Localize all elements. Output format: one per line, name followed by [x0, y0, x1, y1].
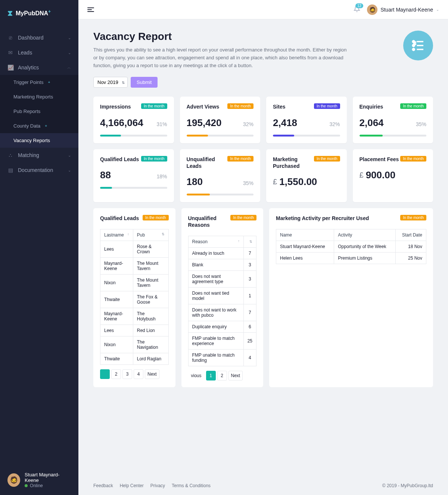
chevron-down-icon: ⌄ [68, 153, 71, 157]
page-4[interactable]: 4 [134, 369, 143, 379]
sidebar-item-dashboard[interactable]: ⎚ Dashboard ⌄ [0, 30, 78, 45]
progress-bar [273, 135, 294, 137]
page-2[interactable]: 2 [217, 371, 227, 380]
table-row[interactable]: Helen LeesPremium Listings25 Nov [276, 253, 426, 264]
unqualified-reasons-card: Unqualified Reasons In the month Reason↑… [181, 208, 264, 387]
table-row[interactable]: Does not want to work with pubco7 [188, 304, 256, 321]
pagination: 2 3 4 Next [100, 369, 169, 379]
col-name[interactable]: Name [276, 229, 334, 241]
footer-terms[interactable]: Terms & Conditions [172, 483, 211, 488]
sidebar-user[interactable]: 🧔 Stuart Maynard-Keene Online [0, 465, 78, 495]
sort-icon: ↑ [238, 239, 240, 243]
pagination: vious 1 2 Next [188, 371, 257, 380]
metric-pct: 35% [416, 121, 426, 127]
mail-icon: ✉ [7, 50, 13, 56]
checklist-badge-icon [403, 31, 433, 60]
table-row[interactable]: Stuart Maynard-KeeneOpportunity of the W… [276, 241, 426, 253]
metric-value: 1,550.00 [279, 176, 317, 188]
menu-toggle-button[interactable] [87, 7, 94, 12]
col-lastname[interactable]: Lastname↑ [100, 229, 133, 241]
footer-help-center[interactable]: Help Center [120, 483, 144, 488]
submit-button[interactable]: Submit [131, 77, 158, 88]
marketing-activity-table: Name Activity Start Date Stuart Maynard-… [276, 229, 426, 264]
col-count[interactable]: ⇅ [243, 236, 256, 248]
badge: In the month [314, 156, 340, 162]
table-row[interactable]: Blank3 [188, 259, 256, 271]
sidebar-item-leads[interactable]: ✉ Leads ⌄ [0, 45, 78, 60]
doc-icon: ▤ [7, 167, 13, 173]
sidebar-item-marketing-reports[interactable]: Marketing Reports [0, 90, 78, 104]
footer-privacy[interactable]: Privacy [150, 483, 165, 488]
badge: In the month [400, 156, 426, 162]
badge: In the month [143, 215, 169, 220]
sidebar-item-county-data[interactable]: County Data+ [0, 119, 78, 133]
page-description: This gives you the ability to see a high… [93, 46, 347, 69]
badge: In the month [230, 215, 256, 220]
badge: In the month [400, 103, 426, 109]
table-row[interactable]: Already in touch7 [188, 248, 256, 259]
col-pub[interactable]: Pub⇅ [133, 229, 168, 241]
page-3[interactable]: 3 [122, 369, 132, 379]
page-2[interactable]: 2 [111, 369, 121, 379]
logo[interactable]: ⧗ MyPubDNA+ [0, 0, 78, 26]
metric-title: Sites [273, 103, 285, 110]
sidebar-item-matching[interactable]: ⛬ Matching ⌄ [0, 148, 78, 163]
table-row[interactable]: ThwaiteLord Raglan [100, 353, 169, 365]
col-start-date[interactable]: Start Date [395, 229, 426, 241]
sidebar: ⧗ MyPubDNA+ ⎚ Dashboard ⌄ ✉ Leads ⌄ 📈 An… [0, 0, 78, 495]
col-reason[interactable]: Reason↑ [188, 236, 243, 248]
metric-card: Placement Fees In the month £900.00 [353, 149, 433, 202]
topbar: 12 🧔 Stuart Maynard-Keene ⌄ [78, 0, 448, 19]
metric-value: 88 [100, 169, 111, 181]
sidebar-item-documentation[interactable]: ▤ Documentation ⌄ [0, 163, 78, 178]
metric-pct: 18% [156, 173, 167, 179]
metric-title: Unqualified Leads [187, 156, 228, 169]
sliders-icon: ⎚ [7, 35, 13, 41]
qualified-leads-card: Qualified Leads In the month Lastname↑ P… [93, 208, 175, 387]
page-next[interactable]: Next [145, 369, 159, 379]
page-prev[interactable]: vious [188, 371, 205, 380]
page-current [100, 369, 110, 379]
col-activity[interactable]: Activity [334, 229, 396, 241]
table-row[interactable]: Maynard-KeeneThe Holybush [100, 308, 169, 325]
user-dropdown[interactable]: 🧔 Stuart Maynard-Keene ⌄ [367, 4, 439, 15]
footer-feedback[interactable]: Feedback [93, 483, 113, 488]
metric-card: Advert Views In the month 195,42032% [180, 97, 261, 143]
page-next[interactable]: Next [228, 371, 243, 380]
table-row[interactable]: NixonThe Navigation [100, 336, 169, 353]
month-select[interactable]: Nov 2019 [93, 77, 128, 88]
metric-pct: 32% [329, 121, 340, 127]
badge: In the month [227, 156, 253, 162]
table-row[interactable]: Does not want tied model1 [188, 288, 256, 304]
avatar: 🧔 [7, 473, 20, 487]
table-row[interactable]: FMP unable to match experience25 [188, 333, 256, 350]
table-row[interactable]: Does not want agreement type3 [188, 271, 256, 288]
notifications-button[interactable]: 12 [354, 6, 360, 14]
badge: In the month [314, 103, 340, 109]
page-1: 1 [206, 371, 216, 380]
metric-card: Qualified Leads In the month 8818% [93, 149, 174, 202]
table-row[interactable]: Duplicate enquiry6 [188, 321, 256, 333]
plus-badge: + [48, 9, 51, 14]
table-row[interactable]: NixonThe Mount Tavern [100, 275, 169, 291]
svg-point-0 [413, 41, 414, 43]
chevron-down-icon: ⌄ [436, 7, 439, 12]
user-name: Stuart Maynard-Keene [25, 472, 71, 483]
sidebar-item-trigger-points[interactable]: Trigger Points+ [0, 75, 78, 90]
sidebar-item-pub-reports[interactable]: Pub Reports [0, 104, 78, 119]
chevron-up-icon: ︿ [67, 65, 71, 70]
analytics-submenu: Trigger Points+ Marketing Reports Pub Re… [0, 75, 78, 148]
badge: In the month [141, 156, 167, 162]
table-row[interactable]: LeesRose & Crown [100, 241, 169, 258]
table-row[interactable]: ThwaiteThe Fox & Goose [100, 291, 169, 308]
sidebar-item-analytics[interactable]: 📈 Analytics ︿ [0, 60, 78, 75]
currency-icon: £ [273, 178, 277, 186]
table-row[interactable]: FMP unable to match funding4 [188, 350, 256, 366]
progress-bar [187, 135, 208, 137]
table-row[interactable]: Maynard-KeeneThe Mount Tavern [100, 258, 169, 275]
metric-value: 900.00 [366, 169, 396, 181]
page-title: Vacancy Report [93, 31, 392, 43]
progress-bar [187, 194, 210, 195]
table-row[interactable]: LeesRed Lion [100, 325, 169, 336]
sidebar-item-vacancy-reports[interactable]: Vacancy Reports [0, 133, 78, 148]
